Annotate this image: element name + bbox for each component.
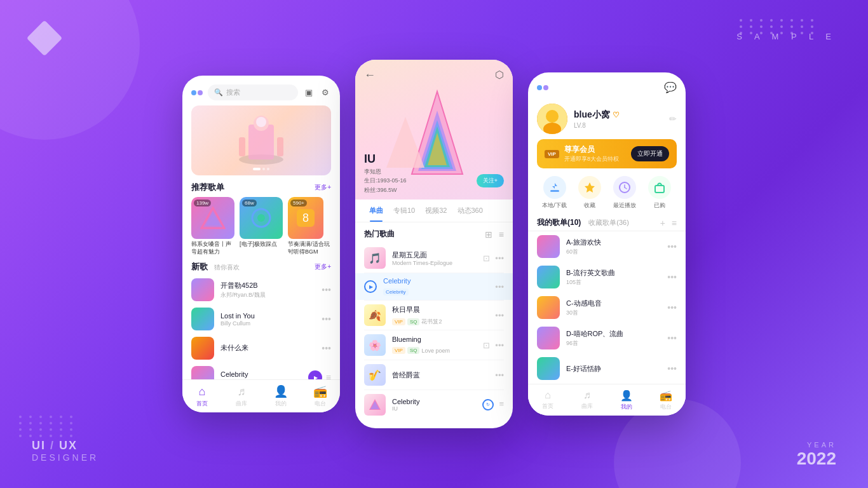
p3-quick-recent[interactable]: 最近播放 bbox=[607, 176, 642, 210]
p3-playlist-more-d[interactable]: ••• bbox=[667, 333, 677, 343]
p2-back-button[interactable]: ← bbox=[364, 69, 376, 82]
p1-radio-label: 电台 bbox=[315, 400, 326, 408]
p2-song-4-actions: ⊡ ••• bbox=[483, 341, 504, 350]
tv-icon[interactable]: ▣ bbox=[303, 87, 315, 98]
p1-home-label: 首页 bbox=[196, 400, 208, 408]
p2-artist-info: IU 李知恩 生日:1993-05-16 粉丝:396.5W bbox=[364, 152, 407, 194]
svg-rect-4 bbox=[277, 137, 283, 156]
p1-playlist-more[interactable]: 更多+ bbox=[315, 183, 331, 192]
p2-more-icon-1[interactable]: ••• bbox=[495, 254, 504, 263]
phone-profile: 💬 blue小窝 ♡ LV.8 ✏ VIP bbox=[528, 72, 686, 416]
p1-nav-radio[interactable]: 📻 电台 bbox=[301, 380, 340, 412]
p2-hot-title: 热门歌曲 bbox=[364, 229, 395, 240]
p3-vip-activate-button[interactable]: 立即开通 bbox=[631, 146, 669, 161]
p1-playlist-1[interactable]: 139w 韩系女嗓音丨声音超有魅力 bbox=[191, 197, 234, 255]
dot-1 bbox=[253, 168, 261, 170]
p3-playlist-more-a[interactable]: ••• bbox=[667, 241, 677, 252]
p1-nav-mine[interactable]: 👤 我的 bbox=[261, 380, 301, 412]
p3-playlist-a[interactable]: A-旅游欢快 60首 ••• bbox=[528, 231, 686, 262]
p3-header: 💬 bbox=[528, 72, 686, 98]
p2-tv-icon-1[interactable]: ⊡ bbox=[483, 254, 490, 263]
p3-nav-mine[interactable]: 👤 我的 bbox=[607, 384, 646, 416]
p3-playlist-more-b[interactable]: ••• bbox=[667, 272, 677, 282]
p3-playlist-c[interactable]: C-动感电音 30首 ••• bbox=[528, 292, 686, 323]
p3-playlist-d[interactable]: D-嘻哈ROP、流曲 96首 ••• bbox=[528, 323, 686, 353]
p2-tab-videos[interactable]: 视频32 bbox=[420, 200, 452, 222]
svg-rect-3 bbox=[239, 137, 245, 156]
p2-song-name-4: Blueming bbox=[392, 336, 477, 343]
p2-song-2[interactable]: ▶ Celebrity Celebrity ••• bbox=[355, 273, 513, 300]
p1-logo bbox=[191, 90, 203, 95]
playlist-count-3: 590+ bbox=[290, 200, 307, 207]
p2-follow-button[interactable]: 关注+ bbox=[477, 174, 504, 187]
p3-edit-icon[interactable]: ✏ bbox=[669, 114, 677, 124]
settings-icon[interactable]: ⚙ bbox=[320, 87, 331, 98]
p1-playlist-3[interactable]: 8 590+ 节奏满满/适合玩时听得BGM bbox=[288, 197, 331, 255]
p2-song-4[interactable]: 🌸 Blueming VIP SQ Love poem ⊡ ••• bbox=[355, 330, 513, 360]
p3-vip-banner[interactable]: VIP 尊享会员 开通即享8大会员特权 立即开通 bbox=[537, 139, 677, 168]
p2-share-button[interactable]: ⬡ bbox=[495, 69, 504, 81]
p1-song-item-1[interactable]: 开普勒452B 永邦/Ryan.B/魏晨 ••• bbox=[182, 275, 340, 304]
p1-song-item-2[interactable]: Lost in You Billy Cullum ••• bbox=[182, 304, 340, 334]
year-branding: YEAR 2022 bbox=[797, 441, 836, 469]
p2-tab-albums[interactable]: 专辑10 bbox=[388, 200, 420, 222]
p2-tab-singles[interactable]: 单曲 bbox=[364, 200, 388, 222]
p3-playlist-name-e: E-好话恬静 bbox=[566, 364, 661, 374]
p3-quick-download[interactable]: 本地/下载 bbox=[537, 176, 572, 210]
p2-more-icon-5[interactable]: ••• bbox=[495, 370, 504, 380]
p2-song-3[interactable]: 🍂 秋日早晨 VIP SQ 花书笈2 ••• bbox=[355, 301, 513, 330]
p3-tab-my-songs[interactable]: 我的歌单(10) bbox=[537, 217, 581, 228]
p3-playlist-more-c[interactable]: ••• bbox=[667, 302, 677, 313]
p1-library-icon: ♬ bbox=[237, 385, 246, 398]
p2-song-6[interactable]: Celebrity IU ↻ ≡ bbox=[355, 390, 513, 419]
p1-bottom-nav: ⌂ 首页 ♬ 曲库 👤 我的 📻 电台 bbox=[182, 379, 340, 412]
p1-song-more-3[interactable]: ••• bbox=[322, 343, 331, 353]
p3-clock-icon bbox=[613, 176, 636, 199]
p2-play-icon-2[interactable]: ▶ bbox=[364, 280, 377, 293]
p1-header-icons: ▣ ⚙ bbox=[303, 87, 331, 98]
p3-quick-purchased[interactable]: 已购 bbox=[642, 176, 677, 210]
p3-message-icon[interactable]: 💬 bbox=[664, 81, 677, 93]
p2-song-1[interactable]: 🎵 星期五见面 Modern Times-Epilogue ⊡ ••• bbox=[355, 243, 513, 273]
p2-artist-name-zh: 李知恩 bbox=[364, 168, 381, 175]
p1-song-more-1[interactable]: ••• bbox=[322, 285, 331, 295]
p3-playlist-b[interactable]: B-流行英文歌曲 105首 ••• bbox=[528, 262, 686, 292]
p1-nav-library[interactable]: ♬ 曲库 bbox=[222, 380, 261, 412]
p3-quick-collect[interactable]: 收藏 bbox=[572, 176, 607, 210]
p3-playlist-thumb-a bbox=[537, 235, 560, 258]
p2-more-icon-4[interactable]: ••• bbox=[495, 341, 504, 350]
p1-playlist-2[interactable]: 68w [电子]极致踩点 bbox=[240, 197, 283, 255]
p3-vip-badge: VIP bbox=[545, 150, 559, 158]
p3-playlist-info-c: C-动感电音 30首 bbox=[566, 299, 661, 317]
p1-new-more[interactable]: 更多+ bbox=[315, 262, 331, 271]
p1-nav-home[interactable]: ⌂ 首页 bbox=[182, 380, 222, 412]
banner-svg bbox=[223, 112, 299, 169]
p3-list-icon[interactable]: ≡ bbox=[672, 218, 677, 228]
svg-marker-26 bbox=[585, 182, 595, 193]
p2-song-name-1: 星期五见面 bbox=[392, 250, 477, 260]
p2-more-icon-6[interactable]: ≡ bbox=[499, 399, 504, 410]
p1-search-bar[interactable]: 🔍 搜索 bbox=[208, 85, 298, 100]
p3-nav-radio[interactable]: 📻 电台 bbox=[646, 384, 686, 416]
p1-song-item-3[interactable]: 未什么来 ••• bbox=[182, 334, 340, 363]
p3-purchased-label: 已购 bbox=[654, 201, 665, 210]
p2-tv-icon-4[interactable]: ⊡ bbox=[483, 341, 490, 350]
p2-loading-icon[interactable]: ↻ bbox=[482, 399, 494, 410]
p3-nav-home[interactable]: ⌂ 首页 bbox=[528, 384, 567, 416]
year-label: YEAR bbox=[797, 441, 836, 449]
p3-tab-collected[interactable]: 收藏歌单(36) bbox=[588, 218, 629, 227]
p1-song-more-2[interactable]: ••• bbox=[322, 314, 331, 324]
p2-tab-dynamic[interactable]: 动态360 bbox=[452, 200, 488, 222]
p2-more-icon-2[interactable]: ••• bbox=[495, 282, 504, 292]
logo-dot-1 bbox=[191, 90, 196, 95]
p2-grid-icon[interactable]: ⊞ bbox=[485, 229, 492, 240]
p2-more-icon-3[interactable]: ••• bbox=[495, 311, 504, 320]
p3-add-icon[interactable]: + bbox=[660, 218, 665, 228]
p2-song-5[interactable]: 🎷 曾经爵蓝 ••• bbox=[355, 360, 513, 390]
download-svg bbox=[548, 181, 561, 194]
p1-banner[interactable] bbox=[191, 105, 331, 175]
p2-list-icon[interactable]: ≡ bbox=[499, 229, 504, 240]
p3-playlist-e[interactable]: E-好话恬静 ••• bbox=[528, 353, 686, 384]
p3-playlist-more-e[interactable]: ••• bbox=[667, 363, 677, 374]
p3-nav-library[interactable]: ♬ 曲库 bbox=[567, 384, 607, 416]
